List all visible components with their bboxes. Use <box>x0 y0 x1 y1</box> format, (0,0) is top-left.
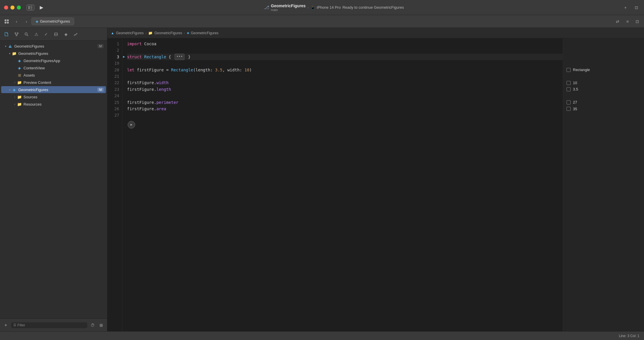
dot-26: . <box>154 106 156 112</box>
results-panel: Rectangle 10 3.5 <box>563 38 644 331</box>
debug-button[interactable] <box>52 30 60 39</box>
prop-area: area <box>156 106 166 112</box>
file-navigator-button[interactable] <box>2 30 11 39</box>
line-num-1: 1 <box>107 41 119 47</box>
code-editor[interactable]: 1 2 3 19 20 21 22 23 24 25 26 27 import … <box>107 38 644 331</box>
tree-resources-chevron: › <box>13 102 17 106</box>
run-button[interactable]: ▶ <box>37 3 46 12</box>
history-button[interactable]: ⏱ <box>89 322 96 329</box>
tree-file-3[interactable]: ⊞ Assets <box>1 72 106 79</box>
var-firstfigure: firstFigure <box>137 67 164 73</box>
status-bar: Line: 3 Col: 1 <box>0 331 644 340</box>
var-23: firstFigure <box>127 86 154 93</box>
grid-view-button[interactable] <box>3 18 10 25</box>
folder-preview-icon: 📁 <box>17 80 22 85</box>
tree-folder-3-label: GeometricFigures <box>18 88 97 92</box>
filter-icon: ☰ <box>13 323 16 327</box>
tree-folder-sources[interactable]: › 📁 Sources <box>1 93 106 100</box>
tree-folder-preview[interactable]: › 📁 Preview Content <box>1 79 106 86</box>
bc-swiftui-icon: ◈ <box>187 31 189 35</box>
tree-folder-1[interactable]: ▾ 📁 GeometricFigures <box>1 50 106 57</box>
editor-area: ▲ GeometricFigures › 📁 GeometricFigures … <box>107 28 644 331</box>
git-icon: ⎇ <box>264 5 269 10</box>
minimize-button[interactable] <box>10 6 15 10</box>
breakpoints-button[interactable]: ◈ <box>61 30 70 39</box>
var-25: firstFigure <box>127 99 154 106</box>
toolbar: ‹ › ◈ GeometricFigures ⇄ ≡ ⊡ <box>0 15 644 28</box>
execution-point: ▶ <box>123 54 125 59</box>
tree-file-3-label: Assets <box>23 73 104 77</box>
bc-part2[interactable]: GeometricFigures <box>154 31 182 35</box>
add-tab-button[interactable]: ⊞ <box>98 322 105 329</box>
code-content[interactable]: import Cocoa ▶ struct Rectangle { ••• } … <box>122 38 563 331</box>
tab-swiftui-icon: ◈ <box>36 19 38 23</box>
inspector-button[interactable]: ≡ <box>624 18 631 25</box>
tab-geometricfigures[interactable]: ◈ GeometricFigures <box>31 17 74 25</box>
code-line-2 <box>127 47 563 53</box>
tab-label: GeometricFigures <box>40 19 70 23</box>
folder-sources-icon: 📁 <box>17 94 22 100</box>
close-button[interactable] <box>4 6 8 10</box>
result-35[interactable]: 35 <box>567 106 641 112</box>
result-box-1 <box>567 68 571 72</box>
result-box-4 <box>567 100 571 104</box>
tests-button[interactable]: ✓ <box>42 30 50 39</box>
code-line-25: firstFigure.perimeter <box>127 99 563 106</box>
svg-point-10 <box>16 35 17 36</box>
canvas-button[interactable]: ⊡ <box>634 18 641 25</box>
add-file-button[interactable]: + <box>2 322 9 329</box>
result-value-2: 10 <box>573 81 577 85</box>
toolbar-right: ⇄ ≡ ⊡ <box>614 18 641 25</box>
search-button[interactable] <box>22 30 31 39</box>
code-review-button[interactable]: ⇄ <box>614 18 621 25</box>
var-26: firstFigure <box>127 106 154 112</box>
filter-area[interactable]: ☰ Filter <box>11 322 87 328</box>
line-num-20: 20 <box>107 67 119 73</box>
editor-breadcrumb: ▲ GeometricFigures › 📁 GeometricFigures … <box>107 28 644 38</box>
reports-button[interactable] <box>71 30 80 39</box>
add-button[interactable]: + <box>622 4 629 11</box>
bc-part3[interactable]: GeometricFigures <box>191 31 218 35</box>
tree-file-1-label: GeometricFiguresApp <box>23 59 104 63</box>
dot-23: . <box>154 86 156 93</box>
status-text: Ready to continue GeometricFigures <box>342 5 404 10</box>
result-10[interactable]: 10 <box>567 79 641 86</box>
sidebar-toggle-button[interactable] <box>27 5 34 10</box>
bc-part1[interactable]: GeometricFigures <box>116 31 144 35</box>
tree-file-1[interactable]: ◈ GeometricFiguresApp <box>1 57 106 64</box>
collapsed-content[interactable]: ••• <box>175 54 184 60</box>
tree-root-label: GeometricFigures <box>14 44 97 48</box>
result-rectangle[interactable]: Rectangle <box>567 67 641 73</box>
svg-rect-0 <box>28 6 30 9</box>
tree-file-2[interactable]: ◈ ContentView <box>1 64 106 71</box>
fullscreen-button[interactable]: ⊡ <box>633 4 640 11</box>
line-num-23: 23 <box>107 86 119 93</box>
tree-folder-resources[interactable]: › 📁 Resources <box>1 101 106 108</box>
forward-button[interactable]: › <box>23 18 30 25</box>
tree-folder-3[interactable]: ▾ ◈ GeometricFigures M <box>1 86 106 93</box>
tree-root-item[interactable]: ▾ GeometricFigures M <box>1 43 106 50</box>
result-27[interactable]: 27 <box>567 99 641 106</box>
back-button[interactable]: ‹ <box>13 18 20 25</box>
tree-folder-3-badge: M <box>97 88 104 92</box>
dot-22: . <box>154 79 156 86</box>
paren1: ( <box>193 67 196 73</box>
issues-button[interactable]: ⚠ <box>32 30 41 39</box>
sidebar-bottom-right: ⏱ ⊞ <box>89 322 105 329</box>
tree-folder-1-label: GeometricFigures <box>18 51 104 56</box>
line-num-26: 26 <box>107 106 119 112</box>
prop-perimeter: perimeter <box>156 99 178 106</box>
type-rectangle-2: Rectangle <box>171 67 193 73</box>
result-3-5[interactable]: 3.5 <box>567 86 641 93</box>
code-line-21 <box>127 73 563 79</box>
line-numbers: 1 2 3 19 20 21 22 23 24 25 26 27 <box>107 38 122 331</box>
tree-folder-preview-chevron: › <box>13 80 17 84</box>
svg-rect-1 <box>30 6 32 6</box>
assets-icon: ⊞ <box>17 73 22 78</box>
maximize-button[interactable] <box>17 6 21 10</box>
inline-play-button[interactable]: ▶ <box>128 121 135 129</box>
toolbar-left: ‹ › <box>3 18 30 25</box>
result-box-3 <box>567 87 571 91</box>
bc-icon-1: ▲ <box>111 31 114 35</box>
source-control-button[interactable] <box>12 30 21 39</box>
